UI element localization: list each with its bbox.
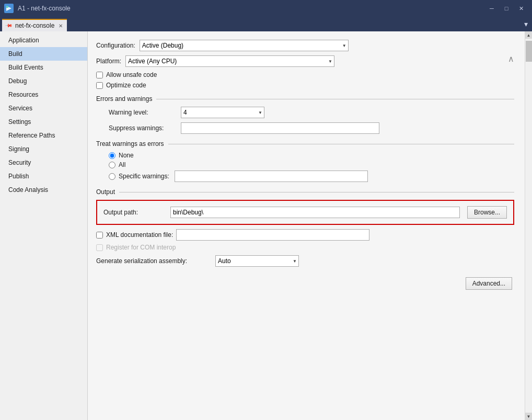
treat-specific-radio[interactable]: [109, 173, 115, 180]
treat-all-radio[interactable]: [109, 162, 115, 168]
scroll-up-button[interactable]: ▲: [525, 31, 533, 39]
output-section-header: Output: [96, 188, 514, 196]
output-path-input[interactable]: [170, 207, 460, 218]
optimize-code-label: Optimize code: [106, 82, 146, 89]
sidebar-item-settings[interactable]: Settings: [0, 115, 87, 129]
scrollbar: ▲ ▼: [525, 31, 532, 420]
sidebar: Application Build Build Events Debug Res…: [0, 31, 88, 420]
tab-bar: 📌 net-fx-console ✕ ▾: [0, 17, 532, 31]
app-icon: [4, 4, 14, 13]
content-area: Application Build Build Events Debug Res…: [0, 31, 532, 420]
svg-rect-1: [6, 6, 8, 8]
sidebar-item-debug[interactable]: Debug: [0, 74, 87, 88]
suppress-warnings-label: Suppress warnings:: [109, 124, 177, 132]
section-divider-3: [119, 192, 514, 192]
close-button[interactable]: ✕: [514, 3, 528, 14]
serialization-label: Generate serialization assembly:: [96, 257, 211, 265]
tab-close-icon[interactable]: ✕: [59, 23, 63, 29]
platform-select-wrapper: Active (Any CPU) Any CPU x86 x64 ▼: [125, 55, 334, 67]
scroll-up-arrow: ∧: [508, 55, 514, 63]
advanced-button[interactable]: Advanced...: [466, 277, 512, 290]
output-path-section: Output path: Browse...: [96, 200, 514, 225]
sidebar-item-build-events[interactable]: Build Events: [0, 61, 87, 74]
xml-doc-input[interactable]: [176, 229, 369, 241]
xml-doc-row: XML documentation file:: [96, 229, 514, 241]
treat-all-row: All: [109, 161, 514, 168]
output-path-label: Output path:: [103, 209, 166, 216]
allow-unsafe-code-row: Allow unsafe code: [96, 71, 514, 78]
restore-button[interactable]: □: [500, 3, 513, 14]
treat-none-label: None: [119, 152, 134, 159]
optimize-code-checkbox[interactable]: [96, 82, 103, 89]
treat-warnings-section: Treat warnings as errors: [96, 140, 514, 147]
configuration-row: Configuration: Active (Debug) Debug Rele…: [96, 40, 514, 51]
scroll-down-button[interactable]: ▼: [525, 413, 533, 420]
treat-warnings-title: Treat warnings as errors: [96, 140, 164, 147]
sidebar-item-application[interactable]: Application: [0, 33, 87, 47]
com-interop-label: Register for COM interop: [106, 244, 176, 251]
allow-unsafe-code-label: Allow unsafe code: [106, 71, 157, 78]
platform-select[interactable]: Active (Any CPU) Any CPU x86 x64: [125, 55, 334, 67]
errors-warnings-section: Errors and warnings: [96, 95, 514, 103]
treat-specific-input[interactable]: [175, 171, 368, 182]
configuration-select[interactable]: Active (Debug) Debug Release All Configu…: [140, 40, 349, 51]
sidebar-item-services[interactable]: Services: [0, 101, 87, 115]
sidebar-item-security[interactable]: Security: [0, 156, 87, 169]
sidebar-item-publish[interactable]: Publish: [0, 169, 87, 183]
com-interop-checkbox: [96, 244, 103, 251]
platform-label: Platform:: [96, 58, 121, 65]
errors-warnings-title: Errors and warnings: [96, 95, 152, 103]
platform-row: Platform: Active (Any CPU) Any CPU x86 x…: [96, 55, 514, 67]
window-controls: ─ □ ✕: [485, 3, 528, 14]
com-interop-row: Register for COM interop: [96, 244, 514, 251]
warning-level-label: Warning level:: [109, 109, 177, 116]
scroll-thumb[interactable]: [526, 41, 532, 62]
window-title: A1 - net-fx-console: [18, 5, 481, 12]
document-tab[interactable]: 📌 net-fx-console ✕: [2, 19, 67, 31]
serialization-row: Generate serialization assembly: Auto On…: [96, 255, 514, 267]
section-divider-2: [168, 144, 514, 144]
serialization-select-wrapper: Auto On Off ▼: [215, 255, 299, 267]
sidebar-item-code-analysis[interactable]: Code Analysis: [0, 183, 87, 197]
treat-specific-label: Specific warnings:: [119, 173, 169, 180]
tab-label: net-fx-console: [15, 22, 54, 29]
output-section-title: Output: [96, 188, 115, 196]
suppress-warnings-input[interactable]: [181, 122, 379, 134]
treat-none-radio[interactable]: [109, 152, 115, 159]
treat-none-row: None: [109, 152, 514, 159]
sidebar-item-build[interactable]: Build: [0, 47, 87, 61]
minimize-button[interactable]: ─: [485, 3, 499, 14]
browse-button[interactable]: Browse...: [467, 206, 507, 219]
optimize-code-row: Optimize code: [96, 82, 514, 89]
treat-all-label: All: [119, 161, 125, 168]
sidebar-item-reference-paths[interactable]: Reference Paths: [0, 129, 87, 142]
treat-specific-row: Specific warnings:: [109, 171, 514, 182]
window-body: Application Build Build Events Debug Res…: [0, 31, 532, 420]
main-panel: Configuration: Active (Debug) Debug Rele…: [88, 31, 525, 420]
bottom-buttons: Advanced...: [96, 277, 514, 290]
tab-pin-icon: 📌: [5, 22, 13, 30]
warning-level-row: Warning level: 4 0 1 2 3 ▼: [109, 107, 514, 118]
output-path-row: Output path: Browse...: [103, 206, 507, 219]
configuration-select-wrapper: Active (Debug) Debug Release All Configu…: [140, 40, 349, 51]
xml-doc-checkbox[interactable]: [96, 232, 103, 239]
allow-unsafe-code-checkbox[interactable]: [96, 72, 103, 78]
tab-overflow-button[interactable]: ▾: [520, 17, 532, 31]
sidebar-item-signing[interactable]: Signing: [0, 142, 87, 156]
configuration-label: Configuration:: [96, 42, 135, 49]
warning-level-select-wrapper: 4 0 1 2 3 ▼: [181, 107, 264, 118]
suppress-warnings-row: Suppress warnings:: [109, 122, 514, 134]
title-bar: A1 - net-fx-console ─ □ ✕: [0, 0, 532, 17]
warning-level-select[interactable]: 4 0 1 2 3: [181, 107, 264, 118]
xml-doc-label: XML documentation file:: [106, 231, 173, 239]
serialization-select[interactable]: Auto On Off: [215, 255, 299, 267]
section-divider: [156, 99, 514, 99]
sidebar-item-resources[interactable]: Resources: [0, 88, 87, 101]
